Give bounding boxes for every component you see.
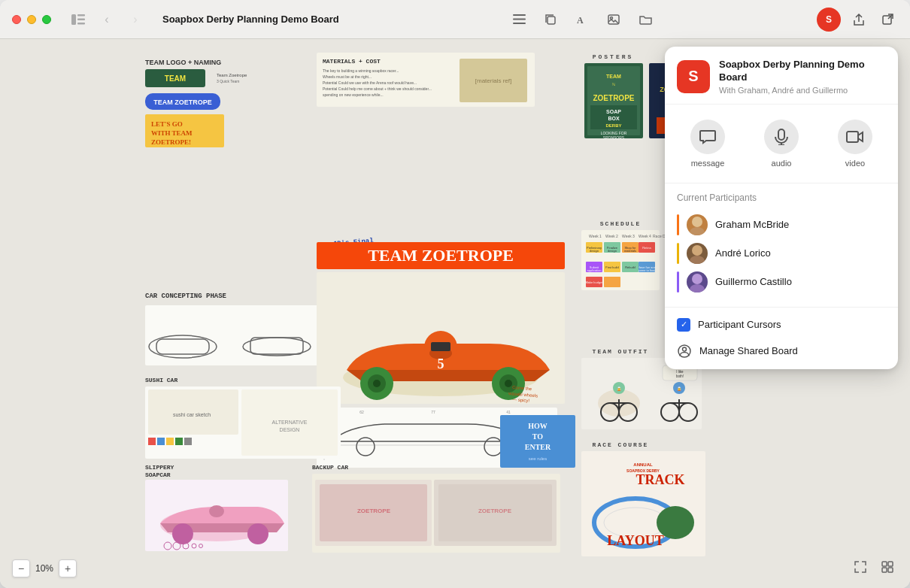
svg-rect-5: [513, 19, 526, 20]
svg-text:TEAM ZOETROPE: TEAM ZOETROPE: [153, 99, 212, 106]
svg-point-202: [683, 347, 687, 351]
svg-rect-167: [184, 438, 192, 445]
titlebar-tools: A: [348, 9, 817, 30]
svg-point-197: [692, 245, 702, 256]
forward-button[interactable]: ›: [125, 9, 146, 30]
guillermo-avatar: [687, 271, 708, 292]
svg-text:I like: I like: [676, 370, 684, 374]
external-link-icon[interactable]: [877, 9, 898, 30]
svg-text:HOW: HOW: [528, 422, 548, 430]
user-avatar-button[interactable]: S: [817, 8, 841, 32]
svg-text:🧝: 🧝: [617, 386, 622, 392]
list-view-icon[interactable]: [508, 9, 529, 30]
svg-rect-4: [513, 14, 526, 16]
svg-rect-164: [157, 438, 165, 445]
svg-rect-188: [882, 562, 887, 566]
bottom-right-buttons: [850, 556, 898, 577]
svg-text:POSTERS: POSTERS: [593, 53, 634, 60]
graham-color-bar: [677, 214, 679, 235]
svg-text:come to final: come to final: [639, 268, 656, 272]
svg-rect-186: [320, 484, 427, 541]
text-format-icon[interactable]: A: [572, 9, 593, 30]
svg-text:LAYOUT: LAYOUT: [607, 533, 663, 548]
video-action-button[interactable]: video: [826, 115, 884, 172]
svg-text:design: design: [590, 249, 599, 253]
svg-rect-194: [847, 132, 858, 142]
svg-text:spending on new experience whi: spending on new experience while...: [323, 92, 384, 97]
cursor-checkbox[interactable]: ✓: [677, 318, 690, 332]
audio-label: audio: [772, 159, 792, 168]
svg-text:77: 77: [431, 410, 435, 414]
video-icon: [838, 120, 872, 154]
svg-rect-190: [882, 568, 887, 572]
svg-text:Team Zoetrope: Team Zoetrope: [217, 73, 247, 77]
titlebar-right: S: [817, 8, 898, 32]
manage-label: Manage Shared Board: [699, 345, 798, 356]
svg-text:WITH TEAM: WITH TEAM: [151, 129, 193, 137]
graham-name: Graham McBride: [715, 219, 789, 230]
svg-text:sushi car sketch: sushi car sketch: [173, 412, 211, 417]
svg-text:Week 1: Week 1: [589, 234, 602, 238]
minimize-button[interactable]: [27, 15, 36, 24]
divider-1: [665, 307, 898, 308]
svg-text:SLIPPERY: SLIPPERY: [145, 464, 174, 471]
svg-text:ENTER: ENTER: [525, 443, 551, 451]
manage-shared-board-row[interactable]: Manage Shared Board: [665, 338, 898, 369]
share-button[interactable]: [848, 9, 869, 30]
participant-row-graham: Graham McBride: [677, 211, 886, 239]
svg-text:materials: materials: [624, 249, 636, 253]
guillermo-color-bar: [677, 271, 679, 292]
svg-text:both!: both!: [676, 374, 684, 378]
maximize-button[interactable]: [42, 15, 51, 24]
grid-view-button[interactable]: [877, 556, 898, 577]
svg-rect-191: [888, 568, 893, 572]
svg-text:Potential Could we use with th: Potential Could we use with the Arena ro…: [323, 80, 417, 85]
copy-icon[interactable]: [540, 9, 561, 30]
svg-text:TO: TO: [532, 432, 543, 441]
message-action-button[interactable]: message: [678, 115, 737, 172]
svg-text:62: 62: [359, 410, 364, 414]
cursor-label: Participant Cursors: [698, 319, 781, 330]
svg-text:TEAM: TEAM: [606, 74, 621, 79]
svg-text:ZOETROPE!: ZOETROPE!: [151, 138, 191, 146]
svg-point-199: [692, 274, 702, 284]
svg-text:TEAM ZOETROPE: TEAM ZOETROPE: [368, 246, 514, 265]
zoom-in-button[interactable]: +: [59, 559, 77, 577]
back-button[interactable]: ‹: [96, 9, 117, 30]
graham-avatar: [687, 214, 708, 235]
image-icon[interactable]: [603, 9, 624, 30]
svg-rect-187: [438, 484, 552, 541]
svg-text:MATERIALS + COST: MATERIALS + COST: [323, 58, 381, 65]
svg-point-196: [690, 227, 705, 235]
svg-text:CAR CONCEPTING PHASE: CAR CONCEPTING PHASE: [145, 292, 227, 300]
participant-row-guillermo: Guillermo Castillo: [677, 268, 886, 296]
zoom-out-button[interactable]: −: [12, 559, 30, 577]
popover-board-subtitle: With Graham, André and Guillermo: [719, 86, 886, 95]
svg-rect-165: [166, 438, 174, 445]
andre-avatar: [687, 243, 708, 264]
svg-rect-6: [513, 23, 526, 24]
svg-text:41: 41: [506, 410, 511, 414]
close-button[interactable]: [12, 15, 21, 24]
folder-icon[interactable]: [635, 9, 656, 30]
audio-icon: [764, 120, 799, 154]
participant-row-andre: André Lorico: [677, 239, 886, 268]
andre-name: André Lorico: [715, 247, 771, 259]
audio-action-button[interactable]: audio: [752, 115, 811, 172]
svg-text:A: A: [577, 15, 584, 26]
fit-to-screen-button[interactable]: [850, 556, 871, 577]
sidebar-toggle-button[interactable]: [68, 9, 89, 30]
app-window: ‹ › Soapbox Derby Planning Demo Board: [0, 0, 910, 588]
svg-point-172: [172, 523, 193, 544]
svg-text:TRACK: TRACK: [635, 472, 684, 487]
andre-color-bar: [677, 243, 679, 264]
board-info: Soapbox Derby Planning Demo Board With G…: [719, 59, 886, 95]
svg-text:ZOETROPE: ZOETROPE: [593, 94, 634, 102]
zoom-level: 10%: [33, 563, 56, 574]
svg-text:SCHEDULE: SCHEDULE: [600, 220, 641, 227]
participant-cursors-row[interactable]: ✓ Participant Cursors: [665, 312, 898, 338]
svg-text:see rules: see rules: [529, 456, 547, 461]
svg-text:design: design: [608, 249, 617, 253]
svg-point-134: [505, 380, 512, 387]
titlebar: ‹ › Soapbox Derby Planning Demo Board: [0, 0, 910, 39]
